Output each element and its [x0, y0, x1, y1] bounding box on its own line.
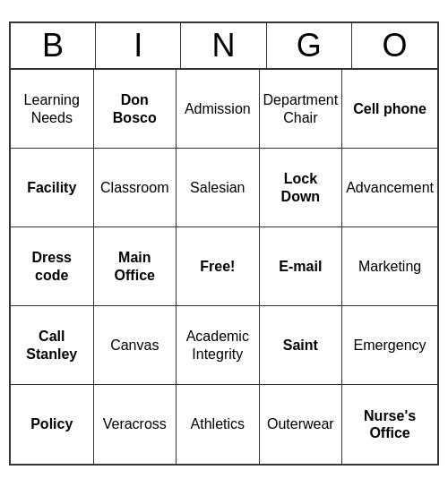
bingo-cell: Veracross — [94, 385, 177, 464]
bingo-cell: Call Stanley — [11, 306, 94, 385]
bingo-cell: Main Office — [94, 227, 177, 306]
cell-text: Emergency — [354, 337, 426, 354]
cell-text: Don Bosco — [98, 91, 173, 125]
cell-text: Cell phone — [353, 100, 426, 117]
cell-text: Athletics — [191, 415, 245, 432]
bingo-header: BINGO — [11, 23, 437, 70]
cell-text: Learning Needs — [14, 91, 90, 125]
bingo-cell: Marketing — [342, 227, 437, 306]
bingo-cell: Department Chair — [260, 70, 343, 149]
bingo-cell: Learning Needs — [11, 70, 94, 149]
header-letter: N — [181, 23, 266, 68]
bingo-cell: Facility — [11, 149, 94, 227]
header-letter: B — [11, 23, 96, 68]
cell-text: Admission — [185, 100, 251, 117]
bingo-cell: Nurse's Office — [342, 385, 437, 464]
cell-text: Classroom — [100, 179, 168, 196]
bingo-cell: Classroom — [94, 149, 177, 227]
bingo-cell: Lock Down — [260, 149, 343, 227]
bingo-cell: E-mail — [260, 227, 343, 306]
cell-text: E-mail — [279, 258, 322, 275]
bingo-cell: Athletics — [177, 385, 260, 464]
bingo-cell: Admission — [177, 70, 260, 149]
bingo-cell: Salesian — [177, 149, 260, 227]
cell-text: Call Stanley — [14, 328, 90, 362]
cell-text: Facility — [27, 179, 76, 196]
cell-text: Main Office — [98, 249, 173, 283]
bingo-cell: Saint — [260, 306, 343, 385]
cell-text: Saint — [283, 337, 318, 354]
header-letter: I — [96, 23, 181, 68]
cell-text: Lock Down — [263, 170, 339, 204]
bingo-cell: Don Bosco — [94, 70, 177, 149]
bingo-card: BINGO Learning NeedsDon BoscoAdmissionDe… — [9, 21, 439, 466]
cell-text: Marketing — [358, 258, 421, 275]
header-letter: G — [267, 23, 352, 68]
bingo-cell: Outerwear — [260, 385, 343, 464]
bingo-cell: Academic Integrity — [177, 306, 260, 385]
bingo-cell: Canvas — [94, 306, 177, 385]
cell-text: Outerwear — [267, 415, 334, 432]
header-letter: O — [352, 23, 437, 68]
bingo-cell: Policy — [11, 385, 94, 464]
bingo-cell: Emergency — [342, 306, 437, 385]
bingo-cell: Cell phone — [342, 70, 437, 149]
cell-text: Dress code — [14, 249, 90, 283]
bingo-grid: Learning NeedsDon BoscoAdmissionDepartme… — [11, 70, 437, 464]
bingo-cell: Free! — [177, 227, 260, 306]
cell-text: Policy — [30, 415, 73, 432]
cell-text: Advancement — [346, 179, 434, 196]
bingo-cell: Dress code — [11, 227, 94, 306]
cell-text: Veracross — [103, 415, 167, 432]
cell-text: Nurse's Office — [346, 407, 434, 441]
cell-text: Department Chair — [263, 91, 339, 125]
cell-text: Canvas — [110, 337, 159, 354]
cell-text: Free! — [200, 258, 235, 275]
cell-text: Academic Integrity — [180, 328, 255, 362]
bingo-cell: Advancement — [342, 149, 437, 227]
cell-text: Salesian — [190, 179, 245, 196]
